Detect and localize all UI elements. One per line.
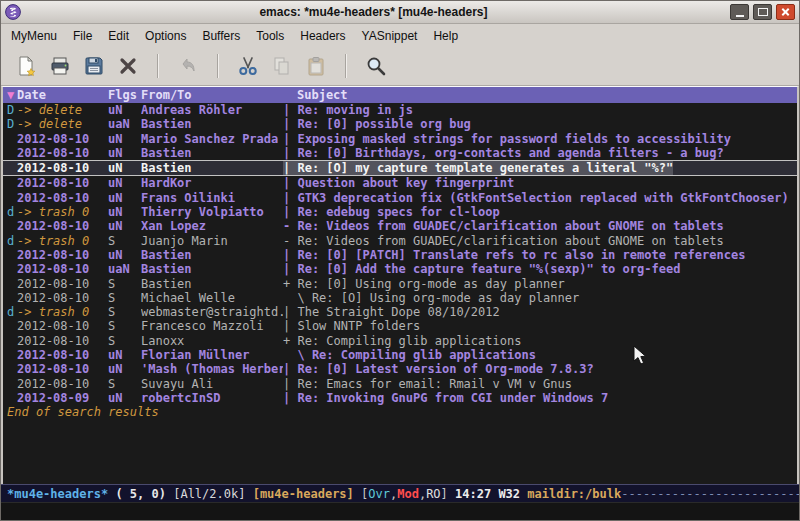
window-title: emacs: *mu4e-headers* [mu4e-headers] [21,5,726,19]
message-row[interactable]: 2012-08-10uNXan Lopez- Re: Videos from G… [3,219,797,233]
row-mark-char [3,262,17,276]
message-row[interactable]: 2012-08-10SMichael Welle \ Re: [O] Using… [3,291,797,305]
message-row[interactable]: 2012-08-10uNMario Sanchez Prada| Exposin… [3,132,797,146]
row-flags: uN [108,176,141,190]
menu-item-buffers[interactable]: Buffers [194,25,248,47]
row-from: Juanjo Marin [141,234,283,248]
message-row[interactable]: D-> deleteuNAndreas Röhler| Re: moving i… [3,103,797,117]
modeline-position: ( 5, 0) [108,486,173,502]
toolbar-separator [217,54,219,78]
row-flags: uN [108,132,141,146]
menu-item-tools[interactable]: Tools [248,25,292,47]
row-mark-char [3,319,17,333]
message-row[interactable]: d-> trash 0SJuanjo Marin- Re: Videos fro… [3,234,797,248]
message-row[interactable]: d-> trash 0uNThierry Volpiatto| Re: edeb… [3,205,797,219]
row-mark-char: d [3,305,17,319]
message-row[interactable]: 2012-08-10SFrancesco Mazzoli| Slow NNTP … [3,319,797,333]
row-flags: S [108,319,141,333]
row-date: 2012-08-10 [17,377,108,391]
message-row[interactable]: 2012-08-10uNBastien| Re: [0] [PATCH] Tra… [3,248,797,262]
maximize-button[interactable] [753,4,772,20]
message-row[interactable]: 2012-08-10uN'Mash (Thomas Herbert)| Re: … [3,362,797,376]
row-subject: | Slow NNTP folders [283,319,797,333]
menu-item-headers[interactable]: Headers [292,25,353,47]
open-file-button[interactable] [45,51,75,81]
modeline-week: W32 [498,486,527,502]
modeline-size-info: [All/2.0k] [173,486,252,502]
row-date: -> trash 0 [17,234,108,248]
menu-item-file[interactable]: File [65,25,100,47]
row-subject: | Re: [0] [PATCH] Translate refs to rc a… [283,248,797,262]
modeline-comma-2: , [419,486,426,502]
copy-button [267,51,297,81]
row-date: 2012-08-10 [17,277,108,291]
menu-item-help[interactable]: Help [425,25,466,47]
cut-button[interactable] [233,51,263,81]
row-flags: S [108,305,141,319]
end-of-results: End of search results [3,405,797,419]
undo-button [173,51,203,81]
row-subject: | Exposing masked strings for password f… [283,132,797,146]
row-from: Frans Oilinki [141,191,283,205]
row-date: -> trash 0 [17,305,108,319]
minimize-button[interactable] [730,4,749,20]
row-flags: uN [108,205,141,219]
row-flags: uN [108,191,141,205]
row-flags: uN [108,146,141,160]
close-buffer-icon [117,55,139,77]
mode-line: *mu4e-headers* ( 5, 0) [All/2.0k] [mu4e-… [1,484,799,502]
row-flags: uN [108,362,141,376]
row-from: Andreas Röhler [141,103,283,117]
row-date: 2012-08-10 [17,348,108,362]
message-row[interactable]: D-> deleteuaNBastien| Re: [0] possible o… [3,117,797,131]
row-subject: \ Re: [O] Using org-mode as day planner [283,291,797,305]
row-subject: | Re: [O] my capture template generates … [283,161,797,175]
message-row[interactable]: 2012-08-10uNHardKor| Question about key … [3,176,797,190]
new-file-button[interactable] [11,51,41,81]
message-row[interactable]: 2012-08-10uNFrans Oilinki| GTK3 deprecat… [3,191,797,205]
close-buffer-button[interactable] [113,51,143,81]
message-row[interactable]: 2012-08-10uNFlorian Müllner \ Re: Compil… [3,348,797,362]
row-date: 2012-08-10 [17,219,108,233]
search-button[interactable] [361,51,391,81]
column-header-from[interactable]: From/To [141,87,283,103]
minibuffer[interactable] [1,502,799,520]
message-row[interactable]: 2012-08-10SBastien+ Re: [0] Using org-mo… [3,277,797,291]
tool-bar [1,47,799,86]
message-row[interactable]: 2012-08-10uNBastien| Re: [O] my capture … [3,160,797,176]
message-row[interactable]: 2012-08-10uNBastien| Re: [0] Birthdays, … [3,146,797,160]
message-row[interactable]: 2012-08-10SSuvayu Ali| Re: Emacs for ema… [3,377,797,391]
toolbar-separator [157,54,159,78]
toolbar-separator [345,54,347,78]
title-bar[interactable]: emacs: *mu4e-headers* [mu4e-headers] [1,1,799,24]
column-header-subject[interactable]: Subject [283,87,797,103]
menu-item-mymenu[interactable]: MyMenu [3,25,65,47]
save-buffer-button[interactable] [79,51,109,81]
sort-indicator-icon[interactable]: ▼ [3,87,17,103]
row-flags: uaN [108,262,141,276]
mu4e-headers-buffer: ▼ Date Flgs From/To Subject D-> deleteuN… [1,86,799,484]
row-flags: S [108,234,141,248]
modeline-major-mode: [mu4e-headers] [253,486,361,502]
menu-item-options[interactable]: Options [137,25,194,47]
row-from: Xan Lopez [141,219,283,233]
message-row[interactable]: d-> trash 0Swebmaster@straightd...| The … [3,305,797,319]
paste-icon [305,55,327,77]
message-row[interactable]: 2012-08-10SLanoxx+ Re: Compiling glib ap… [3,334,797,348]
message-row[interactable]: 2012-08-10uaNBastien| Re: [0] Add the ca… [3,262,797,276]
row-mark-char [3,348,17,362]
modeline-maildir: maildir:/bulk [527,486,621,502]
message-row[interactable]: 2012-08-09uNrobertcInSD| Re: Invoking Gn… [3,391,797,405]
column-header-date[interactable]: Date [17,87,108,103]
menu-item-yasnippet[interactable]: YASnippet [354,25,426,47]
header-line: ▼ Date Flgs From/To Subject [3,87,797,103]
row-mark-char: d [3,234,17,248]
modeline-bracket-close: ] [441,486,455,502]
row-subject: | Re: [0] Birthdays, org-contacts and ag… [283,146,797,160]
menu-item-edit[interactable]: Edit [100,25,137,47]
new-file-icon [15,55,37,77]
row-date: 2012-08-10 [17,362,108,376]
close-button[interactable] [776,4,795,20]
column-header-flags[interactable]: Flgs [108,87,141,103]
copy-icon [271,55,293,77]
